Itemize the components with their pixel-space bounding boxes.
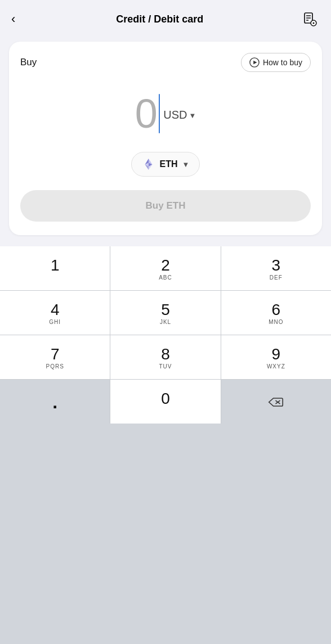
key-8-number: 8 bbox=[161, 346, 170, 362]
token-selector[interactable]: ETH ▼ bbox=[131, 152, 200, 177]
key-6-number: 6 bbox=[272, 302, 281, 318]
amount-row: 0 USD ▼ bbox=[135, 93, 196, 134]
receipt-settings-icon bbox=[302, 12, 317, 26]
key-5-letters: JKL bbox=[160, 319, 171, 325]
backspace-icon bbox=[268, 396, 284, 408]
key-9-letters: WXYZ bbox=[267, 363, 285, 370]
amount-area: 0 USD ▼ bbox=[20, 76, 311, 147]
key-9-number: 9 bbox=[272, 346, 281, 362]
key-7[interactable]: 7 PQRS bbox=[0, 335, 110, 379]
key-2[interactable]: 2 ABC bbox=[110, 246, 220, 290]
key-3-number: 3 bbox=[272, 258, 281, 273]
key-dot[interactable]: . bbox=[0, 380, 110, 424]
card-top-row: Buy How to buy bbox=[20, 53, 311, 72]
currency-caret: ▼ bbox=[189, 111, 196, 120]
buy-label: Buy bbox=[20, 57, 37, 68]
key-5[interactable]: 5 JKL bbox=[110, 291, 220, 335]
keypad-area: 1 2 ABC 3 DEF 4 GHI 5 JKL 6 MNO 7 PQRS bbox=[0, 246, 331, 644]
token-selector-wrap: ETH ▼ bbox=[20, 152, 311, 177]
key-0-letters bbox=[164, 408, 167, 414]
key-1[interactable]: 1 bbox=[0, 246, 110, 290]
keypad-grid: 1 2 ABC 3 DEF 4 GHI 5 JKL 6 MNO 7 PQRS bbox=[0, 246, 331, 424]
how-to-buy-button[interactable]: How to buy bbox=[241, 53, 311, 72]
currency-label: USD bbox=[163, 109, 187, 121]
key-9[interactable]: 9 WXYZ bbox=[221, 335, 331, 379]
token-name: ETH bbox=[160, 159, 178, 169]
receipt-settings-button[interactable] bbox=[299, 9, 320, 29]
page-title: Credit / Debit card bbox=[20, 13, 299, 25]
text-cursor bbox=[159, 94, 160, 133]
key-7-number: 7 bbox=[51, 346, 60, 362]
play-icon bbox=[249, 57, 260, 67]
buy-card: Buy How to buy 0 USD ▼ bbox=[9, 42, 322, 235]
key-dot-symbol: . bbox=[52, 393, 57, 411]
key-4[interactable]: 4 GHI bbox=[0, 291, 110, 335]
token-caret: ▼ bbox=[182, 160, 190, 169]
amount-value: 0 bbox=[135, 93, 158, 134]
back-button[interactable]: ‹ bbox=[11, 10, 20, 29]
key-7-letters: PQRS bbox=[46, 363, 64, 370]
key-1-letters bbox=[54, 274, 56, 281]
currency-selector[interactable]: USD ▼ bbox=[163, 109, 196, 121]
key-1-number: 1 bbox=[51, 258, 60, 273]
key-4-number: 4 bbox=[51, 302, 60, 318]
key-6[interactable]: 6 MNO bbox=[221, 291, 331, 335]
eth-logo-icon bbox=[142, 157, 155, 171]
key-2-letters: ABC bbox=[159, 274, 172, 281]
svg-marker-7 bbox=[253, 61, 257, 64]
buy-eth-button[interactable]: Buy ETH bbox=[20, 190, 311, 222]
key-0-number: 0 bbox=[161, 391, 170, 407]
key-4-letters: GHI bbox=[49, 319, 61, 325]
key-backspace[interactable] bbox=[221, 380, 331, 424]
key-8[interactable]: 8 TUV bbox=[110, 335, 220, 379]
how-to-buy-label: How to buy bbox=[263, 58, 302, 67]
key-3[interactable]: 3 DEF bbox=[221, 246, 331, 290]
key-6-letters: MNO bbox=[269, 319, 283, 325]
key-8-letters: TUV bbox=[159, 363, 172, 370]
key-2-number: 2 bbox=[161, 258, 170, 273]
header: ‹ Credit / Debit card bbox=[0, 0, 331, 35]
svg-point-5 bbox=[313, 22, 315, 24]
key-0[interactable]: 0 bbox=[110, 380, 220, 424]
key-5-number: 5 bbox=[161, 302, 170, 318]
key-3-letters: DEF bbox=[270, 274, 283, 281]
